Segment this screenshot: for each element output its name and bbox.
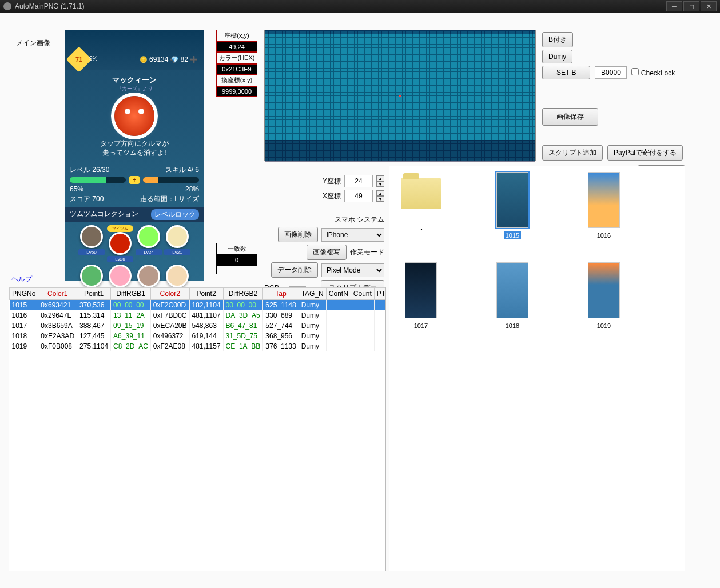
x-up-button[interactable]: ▲ xyxy=(376,190,384,196)
main-image-label: メイン画像 xyxy=(16,38,50,48)
file-item[interactable]: 1017 xyxy=(395,262,447,330)
folder-item[interactable]: .. xyxy=(395,172,447,239)
b-value-input[interactable] xyxy=(595,66,627,79)
workmode-select[interactable]: Pixel Mode xyxy=(321,263,384,277)
match-value: 0 xyxy=(216,255,257,265)
column-header[interactable]: ContN xyxy=(326,288,351,300)
tsum-item[interactable]: Lv21 xyxy=(164,225,190,262)
column-header[interactable]: Count xyxy=(351,288,374,300)
color-label: カラー(HEX) xyxy=(216,52,257,64)
table-row[interactable]: 10180xE2A3AD127,445A6_39_110x496372619,1… xyxy=(10,331,387,341)
character-portrait xyxy=(114,96,154,136)
data-table[interactable]: PNGNoColor1Point1DiffRGB1Color2Point2Dif… xyxy=(9,287,386,571)
system-label: スマホ システム xyxy=(335,215,384,225)
thumbnail xyxy=(588,262,620,318)
color-value: 0x21C3E9 xyxy=(216,64,257,74)
crosshair-marker xyxy=(399,95,401,97)
y-up-button[interactable]: ▲ xyxy=(376,175,384,181)
data-delete-button[interactable]: データ削除 xyxy=(271,262,318,278)
set-b-button[interactable]: SET B xyxy=(542,66,590,79)
file-item[interactable]: 1015 xyxy=(487,172,538,239)
y-down-button[interactable]: ▼ xyxy=(376,181,384,187)
image-delete-button[interactable]: 画像削除 xyxy=(278,227,318,242)
file-item[interactable]: 1016 xyxy=(578,172,630,239)
column-header[interactable]: PTP xyxy=(374,288,386,300)
y-coord-label: Y座標 xyxy=(323,177,341,186)
column-header[interactable]: Tap xyxy=(263,288,299,300)
paypal-button[interactable]: PayPalで寄付をする xyxy=(607,145,683,161)
column-header[interactable]: Color1 xyxy=(38,288,77,300)
minimize-button[interactable]: ─ xyxy=(666,1,682,11)
character-description: タップ方向にクルマが走ってツムを消すよ! xyxy=(65,139,204,157)
column-header[interactable]: TAG_N xyxy=(299,288,326,300)
y-coord-input[interactable] xyxy=(344,175,373,187)
script-add-button[interactable]: スクリプト追加 xyxy=(542,145,603,161)
column-header[interactable]: PNGNo xyxy=(10,288,38,300)
tsum-item[interactable]: マイツムLv26 xyxy=(107,225,133,262)
file-item[interactable]: 1019 xyxy=(578,262,630,330)
character-subtitle: 『カーズ』より xyxy=(65,85,204,93)
thumbnail xyxy=(405,262,437,318)
dumy-button[interactable]: Dumy xyxy=(542,50,572,63)
tsum-item[interactable]: Lv24 xyxy=(136,225,162,262)
x-down-button[interactable]: ▼ xyxy=(376,196,384,202)
thumbnail xyxy=(496,262,528,318)
collection-label: ツムツムコレクション xyxy=(70,209,138,220)
column-header[interactable]: Point2 xyxy=(189,288,223,300)
file-item[interactable]: 1018 xyxy=(487,262,538,330)
column-header[interactable]: Color2 xyxy=(150,288,189,300)
conv-coord-value: 9999,0000 xyxy=(216,86,257,97)
checklock-checkbox[interactable]: CheckLock xyxy=(631,68,675,77)
skill-label: スキル 4/ 6 xyxy=(165,165,199,175)
score-label: スコア 700 xyxy=(70,194,104,204)
level-label: レベル 26/30 xyxy=(70,165,109,175)
x-coord-input[interactable] xyxy=(344,190,373,202)
table-row[interactable]: 10190xF0B008275,1104C8_2D_AC0xF2AE08481,… xyxy=(10,341,387,351)
thumbnail xyxy=(588,172,620,228)
window-title: AutoMainPNG (1.71.1) xyxy=(15,2,84,10)
game-preview: 71 9% 🪙 69134 ➕ 💎 82 ➕ マックィーン 『カーズ』より タッ… xyxy=(65,30,204,281)
workmode-label: 作業モード xyxy=(350,247,384,257)
level-lock-badge: レベルロック xyxy=(151,209,199,220)
table-row[interactable]: 10150x693421370,53600_00_000xF2C00D182,1… xyxy=(10,300,387,311)
system-select[interactable]: iPhone xyxy=(321,228,384,242)
tsum-item[interactable]: Lv50 xyxy=(78,225,105,262)
app-icon xyxy=(3,2,11,10)
column-header[interactable]: DiffRGB2 xyxy=(223,288,263,300)
help-link[interactable]: ヘルプ xyxy=(11,274,32,284)
pixel-zoom-grid[interactable] xyxy=(264,30,536,161)
b-attach-button[interactable]: B付き xyxy=(542,32,573,47)
table-row[interactable]: 10160x29647E115,31413_11_2A0xF7BD0C481,1… xyxy=(10,310,387,321)
column-header[interactable]: Point1 xyxy=(77,288,111,300)
match-label: 一致数 xyxy=(216,243,257,255)
character-name: マックィーン xyxy=(65,75,204,85)
titlebar: AutoMainPNG (1.71.1) ─ ◻ ✕ xyxy=(0,0,720,13)
coordinate-info-panel: 座標(x,y) 49,24 カラー(HEX) 0x21C3E9 換座標(x,y)… xyxy=(216,30,257,97)
maximize-button[interactable]: ◻ xyxy=(683,1,699,11)
close-button[interactable]: ✕ xyxy=(701,1,717,11)
coord-value: 49,24 xyxy=(216,42,257,52)
folder-icon xyxy=(401,178,441,209)
thumbnail xyxy=(496,172,528,228)
column-header[interactable]: DiffRGB1 xyxy=(111,288,151,300)
x-coord-label: X座標 xyxy=(323,191,341,201)
coord-label: 座標(x,y) xyxy=(216,30,257,42)
range-label: 走る範囲：Lサイズ xyxy=(140,194,199,204)
file-browser[interactable]: ..10151016101710181019 xyxy=(389,166,685,571)
percent-badge: 9% xyxy=(89,55,97,62)
match-count-panel: 一致数 0 xyxy=(216,243,257,274)
table-row[interactable]: 10170x3B659A388,46709_15_190xECA20B548,8… xyxy=(10,321,387,331)
image-save-button[interactable]: 画像保存 xyxy=(542,108,598,126)
conv-coord-label: 換座標(x,y) xyxy=(216,74,257,86)
gem-count: 💎 82 ➕ xyxy=(171,55,198,63)
image-copy-button[interactable]: 画像複写 xyxy=(307,245,347,260)
level-star-badge: 71 xyxy=(66,46,92,72)
